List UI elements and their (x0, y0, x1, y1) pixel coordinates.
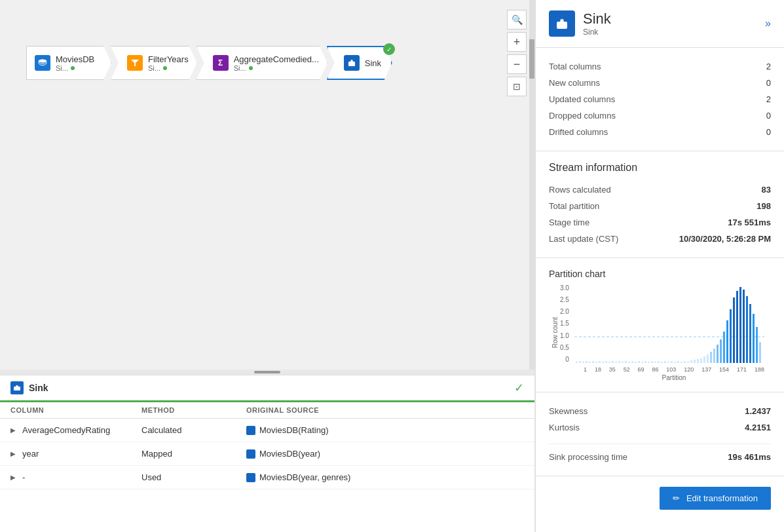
svg-rect-11 (592, 361, 594, 363)
scroll-track[interactable] (529, 0, 534, 370)
column-cell-2: ▶ year (10, 449, 141, 459)
svg-rect-42 (694, 360, 696, 363)
table-row[interactable]: ▶ - Used MoviesDB(year, genres) (0, 466, 534, 489)
bottom-action-bar: ✏ Edit transformation (536, 476, 784, 520)
last-update-label: Last update (CST) (549, 234, 618, 244)
svg-rect-44 (700, 358, 702, 363)
svg-rect-48 (713, 349, 715, 363)
dropped-columns-label: Dropped columns (549, 111, 616, 121)
node-moviesdb[interactable]: MoviesDB Si... (26, 46, 111, 80)
svg-point-0 (39, 60, 47, 63)
sink-check-badge: ✓ (383, 43, 395, 55)
svg-rect-29 (651, 361, 653, 363)
svg-rect-47 (710, 352, 712, 363)
partition-chart-svg (574, 284, 764, 363)
svg-rect-27 (644, 361, 646, 363)
updated-columns-row: Updated columns 2 (549, 91, 771, 107)
chart-svg-area (574, 284, 764, 365)
expand-arrow-1[interactable]: ▶ (10, 427, 16, 434)
column-stats-section: Total columns 2 New columns 0 Updated co… (536, 48, 784, 151)
node-sink[interactable]: Sink ✓ (327, 46, 392, 80)
filteryears-icon (127, 55, 143, 71)
kurtosis-row: Kurtosis 4.2151 (549, 419, 771, 436)
stage-time-label: Stage time (549, 218, 589, 227)
svg-rect-24 (635, 362, 637, 363)
table-row[interactable]: ▶ year Mapped MoviesDB(year) (0, 442, 534, 466)
expand-panel-button[interactable]: » (765, 18, 771, 29)
svg-rect-8 (582, 362, 584, 363)
chart-with-y: 3.0 2.5 2.0 1.5 1.0 0.5 0 (560, 284, 764, 365)
drifted-columns-label: Drifted columns (549, 127, 608, 137)
dropped-columns-row: Dropped columns 0 (549, 107, 771, 124)
zoom-in-button[interactable]: + (507, 32, 527, 52)
svg-rect-39 (684, 361, 686, 363)
column-cell-3: ▶ - (10, 472, 141, 482)
svg-rect-37 (677, 361, 679, 363)
source-cell-3: MoviesDB(year, genres) (246, 472, 524, 482)
skewness-value: 1.2437 (745, 406, 771, 416)
dropped-columns-value: 0 (766, 111, 771, 121)
stage-time-row: Stage time 17s 551ms (549, 214, 771, 231)
skewness-label: Skewness (549, 406, 588, 416)
columns-table: COLUMN METHOD ORIGINAL SOURCE ▶ AverageC… (0, 402, 534, 489)
scroll-thumb (529, 39, 534, 79)
svg-rect-30 (654, 362, 656, 363)
bottom-table-panel: Sink ✓ COLUMN METHOD ORIGINAL SOURCE ▶ A… (0, 375, 534, 532)
sink-time-label: Sink processing time (549, 452, 627, 462)
svg-rect-52 (726, 320, 728, 363)
table-row[interactable]: ▶ AverageComedyRating Calculated MoviesD… (0, 419, 534, 442)
svg-rect-4 (557, 22, 567, 29)
total-columns-row: Total columns 2 (549, 58, 771, 75)
right-panel: Sink Sink » Total columns 2 New columns … (535, 0, 784, 532)
stage-time-value: 17s 551ms (728, 218, 771, 227)
aggregate-text: AggregateComedied... Si... (234, 54, 319, 72)
canvas-resize-divider[interactable] (0, 370, 534, 375)
chart-body: 3.0 2.5 2.0 1.5 1.0 0.5 0 (560, 284, 764, 381)
total-partition-value: 198 (756, 201, 771, 211)
fit-button[interactable]: ⊡ (507, 77, 527, 96)
svg-rect-34 (667, 362, 669, 363)
svg-rect-21 (625, 361, 627, 363)
node-aggregate[interactable]: Σ AggregateComedied... Si... (197, 46, 327, 80)
svg-marker-1 (131, 60, 139, 66)
svg-rect-62 (759, 342, 761, 363)
source-icon-3 (246, 473, 255, 482)
svg-rect-10 (589, 362, 591, 363)
zoom-out-button[interactable]: − (507, 54, 527, 74)
svg-rect-59 (749, 304, 751, 363)
bottom-panel-header: Sink ✓ (0, 375, 534, 402)
expand-arrow-2[interactable]: ▶ (10, 450, 16, 457)
new-columns-row: New columns 0 (549, 75, 771, 91)
bottom-panel-title: Sink (29, 383, 48, 393)
filteryears-status-dot (163, 66, 167, 70)
method-cell-1: Calculated (141, 425, 246, 435)
method-header: METHOD (141, 406, 246, 414)
svg-rect-6 (576, 362, 578, 363)
right-panel-main-title: Sink (583, 10, 611, 28)
svg-rect-35 (671, 361, 673, 363)
node-filteryears[interactable]: FilterYears Si... (111, 46, 197, 80)
edit-transformation-label: Edit transformation (686, 493, 758, 503)
right-panel-header: Sink Sink » (536, 0, 784, 48)
svg-rect-13 (599, 361, 601, 363)
method-cell-2: Mapped (141, 449, 246, 459)
bottom-panel-check-icon: ✓ (514, 381, 524, 395)
kurtosis-value: 4.2151 (745, 423, 771, 432)
y-axis-label-container: Row count (549, 284, 559, 381)
sink-node-text: Sink (365, 58, 381, 68)
svg-rect-41 (690, 360, 692, 363)
method-cell-3: Used (141, 472, 246, 482)
svg-rect-28 (648, 362, 650, 363)
edit-transformation-button[interactable]: ✏ Edit transformation (660, 487, 771, 510)
svg-rect-57 (743, 290, 745, 363)
svg-rect-23 (631, 361, 633, 363)
total-columns-value: 2 (766, 62, 771, 71)
svg-rect-61 (756, 327, 758, 363)
search-button[interactable]: 🔍 (507, 10, 527, 29)
svg-rect-54 (733, 297, 735, 363)
expand-arrow-3[interactable]: ▶ (10, 474, 16, 481)
svg-rect-49 (717, 345, 719, 363)
svg-rect-36 (674, 362, 676, 363)
total-columns-label: Total columns (549, 62, 601, 71)
total-partition-label: Total partition (549, 201, 599, 211)
